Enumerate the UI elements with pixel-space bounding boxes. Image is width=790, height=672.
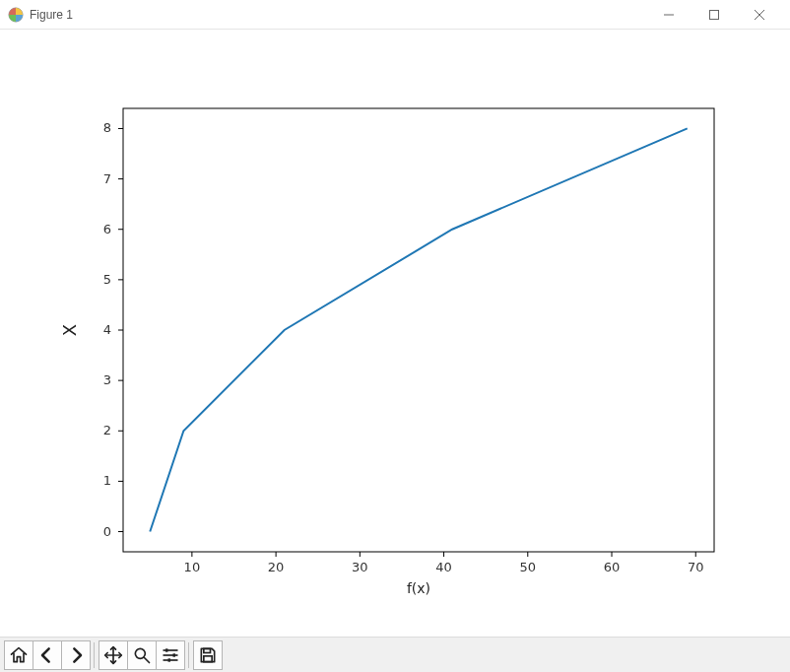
svg-point-40 xyxy=(135,648,145,658)
svg-rect-47 xyxy=(168,658,171,661)
svg-rect-2 xyxy=(710,10,719,19)
svg-line-41 xyxy=(145,657,150,662)
forward-button[interactable] xyxy=(61,640,91,670)
svg-text:8: 8 xyxy=(103,120,111,135)
home-icon xyxy=(9,645,29,665)
svg-rect-5 xyxy=(123,108,714,552)
maximize-icon xyxy=(709,10,719,20)
sliders-icon xyxy=(161,645,180,665)
matplotlib-toolbar xyxy=(0,637,790,672)
svg-text:2: 2 xyxy=(103,423,111,437)
svg-text:20: 20 xyxy=(268,560,285,574)
toolbar-separator xyxy=(94,642,95,668)
move-icon xyxy=(103,645,123,665)
svg-text:5: 5 xyxy=(103,272,111,287)
back-button[interactable] xyxy=(33,640,62,670)
svg-text:30: 30 xyxy=(352,560,368,574)
svg-text:f(x): f(x) xyxy=(407,580,430,596)
magnifier-icon xyxy=(132,645,152,665)
app-icon xyxy=(8,7,24,23)
svg-text:1: 1 xyxy=(103,473,111,488)
svg-text:10: 10 xyxy=(184,560,201,574)
plot-canvas[interactable]: 10203040506070 012345678 f(x) X xyxy=(0,30,790,637)
arrow-left-icon xyxy=(37,645,57,665)
minimize-icon xyxy=(664,10,674,20)
maximize-button[interactable] xyxy=(691,0,737,30)
svg-text:X: X xyxy=(59,324,80,336)
svg-rect-45 xyxy=(165,648,168,651)
window-titlebar: Figure 1 xyxy=(0,0,790,30)
svg-text:0: 0 xyxy=(103,524,111,539)
close-button[interactable] xyxy=(737,0,782,30)
arrow-right-icon xyxy=(66,645,86,665)
svg-text:7: 7 xyxy=(103,171,111,186)
svg-text:6: 6 xyxy=(103,222,111,236)
svg-rect-46 xyxy=(173,653,176,656)
pan-button[interactable] xyxy=(99,640,128,670)
zoom-button[interactable] xyxy=(127,640,157,670)
save-icon xyxy=(198,645,218,665)
window-title: Figure 1 xyxy=(30,8,73,22)
toolbar-separator xyxy=(188,642,189,668)
close-icon xyxy=(755,10,764,20)
svg-rect-48 xyxy=(204,648,211,652)
home-button[interactable] xyxy=(4,640,33,670)
minimize-button[interactable] xyxy=(646,0,691,30)
svg-rect-49 xyxy=(204,655,212,661)
svg-text:4: 4 xyxy=(103,322,111,337)
svg-text:50: 50 xyxy=(520,560,537,574)
svg-text:60: 60 xyxy=(604,560,621,574)
svg-text:70: 70 xyxy=(688,560,704,574)
svg-text:40: 40 xyxy=(435,560,452,574)
svg-text:3: 3 xyxy=(103,372,111,387)
configure-button[interactable] xyxy=(156,640,185,670)
save-button[interactable] xyxy=(193,640,223,670)
